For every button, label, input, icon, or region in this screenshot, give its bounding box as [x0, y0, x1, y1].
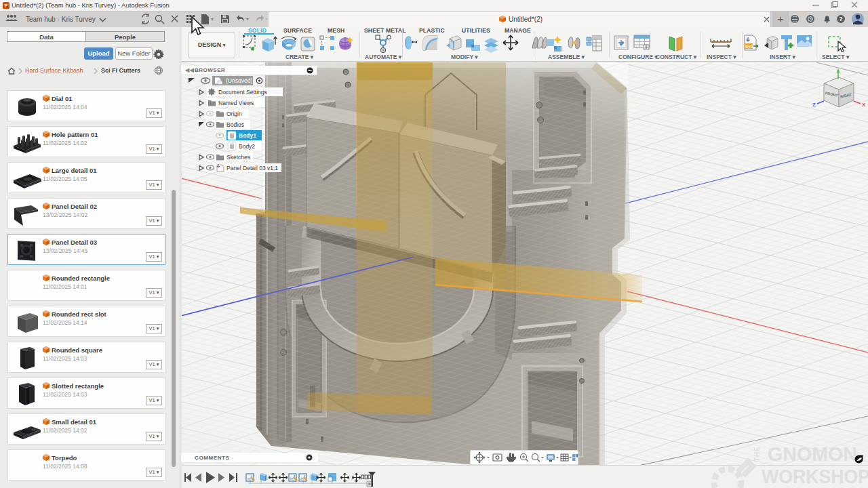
svg-text:GNOMON: GNOMON	[768, 443, 857, 465]
svg-text:?: ?	[839, 16, 843, 22]
svg-text:SVG: SVG	[745, 45, 754, 49]
svg-text:Z: Z	[812, 102, 816, 108]
svg-text:Named Views: Named Views	[218, 100, 254, 106]
svg-text:Bodies: Bodies	[226, 121, 244, 128]
svg-text:WORKSHOP: WORKSHOP	[762, 465, 868, 487]
svg-text:Origin: Origin	[226, 110, 242, 117]
svg-text:Body2: Body2	[239, 143, 255, 150]
svg-text:X: X	[862, 102, 866, 108]
svg-text:THE: THE	[753, 446, 761, 462]
svg-text:(Unsaved): (Unsaved)	[226, 77, 252, 84]
svg-text:F: F	[5, 3, 8, 8]
svg-text:Document Settings: Document Settings	[218, 89, 267, 96]
svg-text:Sketches: Sketches	[226, 154, 250, 161]
svg-text:Body1: Body1	[239, 132, 256, 139]
svg-text:Panel Detail 03 v1:1: Panel Detail 03 v1:1	[226, 165, 278, 171]
